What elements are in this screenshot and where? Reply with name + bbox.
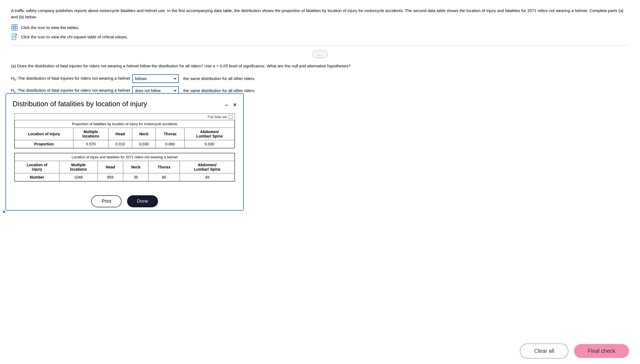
table2-col-neck: Neck bbox=[123, 161, 148, 173]
table2-col-abdomen: Abdomen/Lumbar/ Spine bbox=[180, 161, 234, 173]
table-grid-icon[interactable] bbox=[11, 24, 18, 31]
full-data-label: Full data set bbox=[15, 114, 235, 120]
table-icon-label: Click the icon to view the tables. bbox=[21, 25, 79, 30]
chi-icon-label: Click the icon to view the chi-square ta… bbox=[21, 35, 128, 39]
modal-body: Full data set Proportion of fatalities b… bbox=[6, 111, 243, 191]
table1-row1-val4: 0.060 bbox=[156, 140, 185, 148]
table-icon-row: Click the icon to view the tables. bbox=[11, 24, 629, 31]
full-data-text: Full data set bbox=[208, 115, 227, 119]
table1-col-abdomen: Abdomen/Lumbar/ Spine bbox=[185, 128, 235, 140]
table1-col-location: Location of injury bbox=[15, 128, 73, 140]
table1-row1-val5: 0.030 bbox=[185, 140, 235, 148]
h0-suffix: the same distribution for all other ride… bbox=[183, 76, 255, 81]
clear-all-button[interactable]: Clear all bbox=[520, 343, 568, 359]
modal-title: Distribution of fatalities by location o… bbox=[13, 100, 147, 108]
table1-row1-val2: 0.310 bbox=[108, 140, 132, 148]
h1-prefix: H1: The distribution of fatal injuries f… bbox=[11, 88, 130, 93]
table1-section-header: Proportion of fatalities by location of … bbox=[15, 120, 235, 128]
table1-col-neck: Neck bbox=[132, 128, 156, 140]
table2-col-multiple: Multiplelocations bbox=[59, 161, 98, 173]
h0-prefix: H0: The distribution of fatal injuries f… bbox=[11, 76, 130, 81]
table2-header-row: Location ofinjury Multiplelocations Head… bbox=[15, 161, 235, 173]
main-content: A traffic safety company publishes repor… bbox=[0, 0, 640, 95]
collapse-button[interactable]: ... bbox=[312, 50, 328, 58]
table1-col-multiple: Multiplelocations bbox=[73, 128, 108, 140]
print-button[interactable]: Print bbox=[91, 195, 122, 207]
h1-dropdown[interactable]: does not follow follows bbox=[134, 88, 177, 93]
h1-suffix: the same distribution for all other ride… bbox=[183, 88, 255, 93]
table1-header-row: Location of injury Multiplelocations Hea… bbox=[15, 128, 235, 140]
table1: Location of injury Multiplelocations Hea… bbox=[15, 128, 235, 148]
modal-header: Distribution of fatalities by location o… bbox=[6, 94, 243, 111]
modal-controls: – × bbox=[225, 100, 237, 108]
table1-row1-label: Proportion bbox=[15, 140, 73, 148]
table2-section-header: Location of injury and fatalities for 20… bbox=[15, 153, 235, 161]
table1-row1-val3: 0.030 bbox=[132, 140, 156, 148]
modal-close-button[interactable]: × bbox=[233, 101, 237, 108]
intro-text: A traffic safety company publishes repor… bbox=[11, 8, 627, 20]
table1-col-head: Head bbox=[108, 128, 132, 140]
table2-row1-val3: 35 bbox=[123, 173, 148, 181]
table1-row1-val1: 0.570 bbox=[73, 140, 108, 148]
table-row: Proportion 0.570 0.310 0.030 0.060 0.030 bbox=[15, 140, 235, 148]
table2-row1-val5: 49 bbox=[180, 173, 234, 181]
modal-minimize-button[interactable]: – bbox=[225, 101, 228, 108]
modal-footer: Print Done bbox=[6, 191, 243, 210]
copy-icon[interactable] bbox=[229, 115, 233, 119]
table2-col-location: Location ofinjury bbox=[15, 161, 59, 173]
h0-row: H0: The distribution of fatal injuries f… bbox=[11, 74, 629, 83]
chi-icon-row: Click the icon to view the chi-square ta… bbox=[11, 33, 629, 40]
table2-row1-val1: 1048 bbox=[59, 173, 98, 181]
table2-col-thorax: Thorax bbox=[148, 161, 180, 173]
bottom-bar: Clear all Final check bbox=[520, 338, 640, 364]
data-modal: Distribution of fatalities by location o… bbox=[5, 93, 244, 211]
table-row: Number 1048 859 35 80 49 bbox=[15, 173, 235, 181]
svg-rect-0 bbox=[12, 25, 17, 30]
table2-container: Location of injury and fatalities for 20… bbox=[14, 153, 235, 182]
divider-1 bbox=[11, 45, 629, 45]
h0-dropdown-wrapper[interactable]: follows does not follow bbox=[132, 74, 179, 83]
document-icon[interactable] bbox=[11, 33, 18, 40]
table2-row1-val2: 859 bbox=[97, 173, 123, 181]
part-a-label: (a) Does the distribution of fatal injur… bbox=[11, 63, 629, 69]
done-button[interactable]: Done bbox=[127, 195, 158, 207]
table2-col-head: Head bbox=[97, 161, 123, 173]
collapse-btn-row: ... bbox=[11, 50, 629, 58]
final-check-button[interactable]: Final check bbox=[574, 344, 629, 358]
table2-row1-label: Number bbox=[15, 173, 59, 181]
table1-container: Full data set Proportion of fatalities b… bbox=[14, 113, 235, 148]
table2: Location ofinjury Multiplelocations Head… bbox=[15, 161, 235, 181]
table1-col-thorax: Thorax bbox=[156, 128, 185, 140]
h0-dropdown[interactable]: follows does not follow bbox=[134, 76, 177, 81]
table2-row1-val4: 80 bbox=[148, 173, 180, 181]
